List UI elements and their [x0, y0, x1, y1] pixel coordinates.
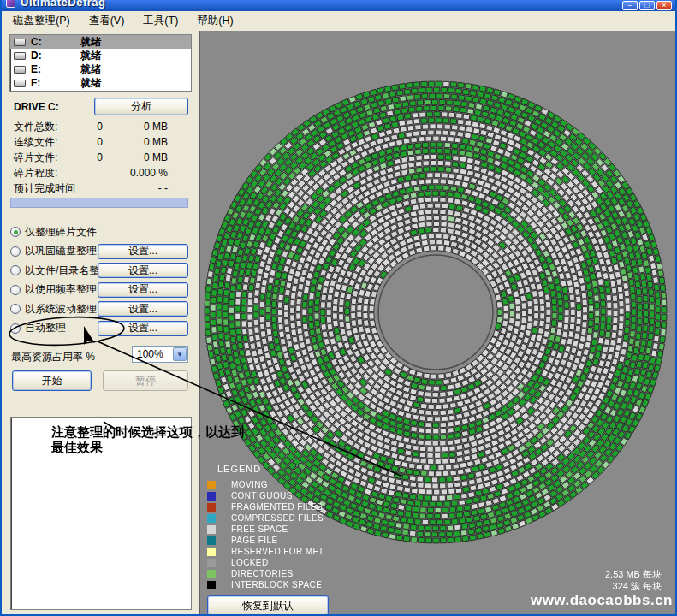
drive-status: 就绪	[80, 76, 101, 91]
legend-entry-7: LOCKED	[207, 557, 324, 568]
minimize-button[interactable]: –	[622, 1, 638, 10]
menu-item-2[interactable]: 工具(T)	[134, 11, 187, 31]
drive-letter: C:	[31, 36, 53, 48]
panel-separator	[199, 31, 200, 614]
drive-row-F[interactable]: F:就绪	[10, 76, 191, 90]
legend-swatch	[207, 481, 216, 489]
legend-label: DIRECTORIES	[231, 569, 294, 578]
legend-swatch	[207, 514, 216, 523]
stat-row-2: 碎片文件:00 MB	[2, 150, 200, 165]
drive-title: DRIVE C:	[14, 101, 59, 113]
stat-count: 0	[89, 121, 103, 133]
app-icon	[6, 0, 15, 8]
method-row-0: 仅整理碎片文件	[2, 224, 200, 240]
analyze-button[interactable]: 分析	[94, 98, 188, 116]
method-row-5: 自动整理设置...	[2, 321, 200, 336]
close-button[interactable]: ×	[656, 1, 672, 10]
drive-status: 就绪	[80, 35, 101, 50]
watermark-text: www.daocaobbs.cn	[531, 592, 673, 609]
stat-label: 文件总数:	[14, 120, 89, 134]
legend: LEGEND MOVINGCONTIGUOUSFRAGMENTED FILESC…	[207, 464, 324, 590]
menu-item-0[interactable]: 磁盘整理(P)	[3, 11, 80, 31]
stat-row-1: 连续文件:00 MB	[2, 134, 200, 150]
settings-button-2[interactable]: 设置...	[98, 263, 188, 278]
legend-title: LEGEND	[217, 464, 324, 474]
radio-method-2[interactable]	[10, 265, 21, 275]
drive-letter: F:	[31, 77, 53, 89]
drive-icon	[14, 80, 26, 87]
drive-row-C[interactable]: C:就绪	[10, 35, 191, 49]
block-size-text: 2.53 MB 每块	[605, 568, 662, 580]
restore-default-button[interactable]: 恢复到默认	[207, 595, 329, 616]
drive-status: 就绪	[80, 62, 101, 77]
stat-size: 0 MB	[103, 121, 168, 133]
stat-label: 预计完成时间	[14, 181, 89, 196]
resource-usage-label: 最高资源占用率 %	[11, 350, 95, 364]
drive-letter: D:	[31, 50, 53, 62]
window-title: UltimateDefrag	[21, 0, 105, 9]
stat-count: 0	[89, 136, 103, 148]
legend-label: INTERBLOCK SPACE	[231, 580, 322, 589]
drive-letter: E:	[31, 63, 53, 75]
maximize-button[interactable]: □	[639, 1, 655, 10]
legend-entry-6: RESERVED FOR MFT	[207, 546, 324, 557]
legend-label: LOCKED	[231, 558, 269, 567]
method-label: 仅整理碎片文件	[25, 225, 97, 240]
settings-button-1[interactable]: 设置...	[98, 244, 188, 259]
legend-entry-3: COMPRESSED FILES	[207, 512, 324, 524]
settings-button-5[interactable]: 设置...	[98, 321, 188, 336]
stat-size: 0.000 %	[103, 167, 168, 179]
resource-usage-value: 100%	[133, 348, 173, 360]
legend-label: FREE SPACE	[231, 524, 288, 534]
method-label: 以系统波动整理	[25, 302, 97, 317]
menu-item-3[interactable]: 帮助(H)	[187, 11, 242, 31]
chevron-down-icon[interactable]: ▼	[173, 347, 187, 361]
start-button[interactable]: 开始	[12, 370, 92, 391]
stat-size: - -	[103, 182, 168, 194]
drive-icon	[14, 38, 26, 46]
title-bar[interactable]: UltimateDefrag – □ ×	[2, 0, 675, 11]
legend-swatch	[207, 548, 216, 556]
drive-stats: 文件总数:00 MB连续文件:00 MB碎片文件:00 MB碎片程度:0.000…	[2, 119, 200, 196]
radio-method-5[interactable]	[10, 323, 21, 334]
menu-bar: 磁盘整理(P)查看(V)工具(T)帮助(H)	[2, 11, 675, 31]
radio-method-3[interactable]	[10, 285, 21, 295]
legend-swatch	[207, 492, 216, 500]
stat-label: 碎片文件:	[14, 151, 89, 165]
legend-entry-9: INTERBLOCK SPACE	[207, 579, 324, 590]
block-info: 2.53 MB 每块 324 簇 每块	[605, 568, 662, 592]
settings-button-4[interactable]: 设置...	[98, 301, 188, 317]
stat-size: 0 MB	[103, 136, 168, 148]
resource-usage-select[interactable]: 100% ▼	[132, 346, 188, 363]
stat-count: 0	[89, 151, 103, 163]
method-label: 自动整理	[25, 321, 66, 335]
drive-list[interactable]: C:就绪D:就绪E:就绪F:就绪	[9, 34, 192, 92]
legend-label: CONTIGUOUS	[231, 491, 293, 500]
drive-status: 就绪	[80, 49, 101, 63]
legend-label: FRAGMENTED FILES	[231, 502, 323, 512]
legend-label: RESERVED FOR MFT	[231, 547, 324, 556]
radio-method-0[interactable]	[10, 227, 21, 237]
method-row-3: 以使用频率整理设置...	[2, 282, 200, 298]
stat-label: 碎片程度:	[14, 166, 89, 181]
drive-icon	[14, 52, 26, 60]
pause-button: 暂停	[103, 370, 188, 391]
cluster-size-text: 324 簇 每块	[605, 580, 662, 592]
stat-row-0: 文件总数:00 MB	[2, 119, 200, 134]
settings-button-3[interactable]: 设置...	[98, 282, 188, 298]
drive-row-D[interactable]: D:就绪	[10, 49, 191, 62]
legend-label: PAGE FILE	[231, 536, 278, 545]
radio-method-1[interactable]	[10, 246, 21, 257]
method-label: 以使用频率整理	[25, 282, 97, 297]
menu-item-1[interactable]: 查看(V)	[80, 11, 134, 31]
method-row-1: 以巩固磁盘整理设置...	[2, 244, 200, 259]
stat-label: 连续文件:	[14, 135, 89, 150]
legend-swatch	[207, 581, 216, 589]
legend-entry-0: MOVING	[207, 479, 324, 490]
radio-method-4[interactable]	[10, 304, 21, 314]
legend-entry-5: PAGE FILE	[207, 535, 324, 546]
drive-row-E[interactable]: E:就绪	[10, 62, 191, 76]
defrag-method-options: 仅整理碎片文件以巩固磁盘整理设置...以文件/目录名整理设置...以使用频率整理…	[2, 224, 200, 340]
legend-entry-4: FREE SPACE	[207, 524, 324, 535]
method-row-4: 以系统波动整理设置...	[2, 301, 200, 317]
